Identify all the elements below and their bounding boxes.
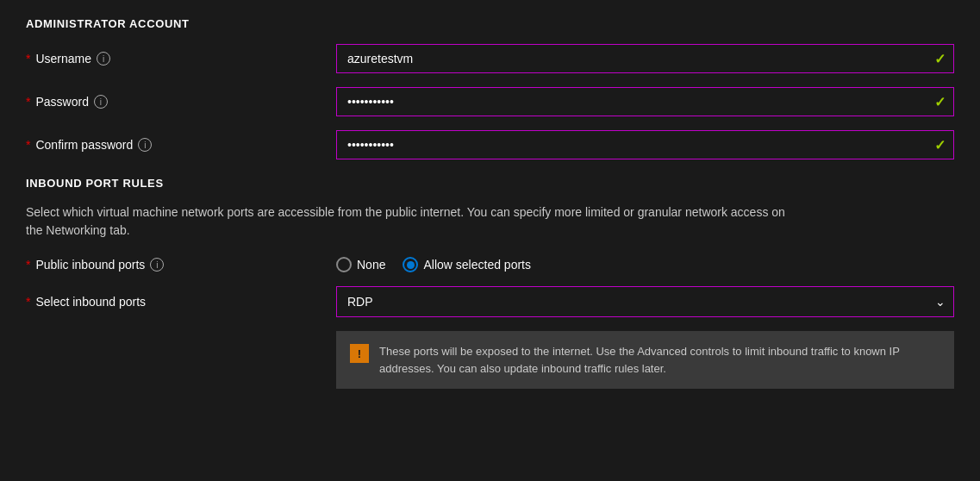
- password-required-star: *: [26, 95, 30, 109]
- select-inbound-label: * Select inbound ports: [26, 295, 336, 309]
- public-inbound-ports-row: * Public inbound ports i None Allow sele…: [26, 257, 954, 272]
- public-inbound-info-icon[interactable]: i: [150, 258, 164, 272]
- password-label: * Password i: [26, 95, 336, 109]
- inbound-ports-select-wrapper: RDP HTTP HTTPS SSH ⌄: [336, 286, 954, 317]
- username-info-icon[interactable]: i: [97, 52, 110, 66]
- select-inbound-ports-row: * Select inbound ports RDP HTTP HTTPS SS…: [26, 286, 954, 317]
- inbound-section: INBOUND PORT RULES Select which virtual …: [26, 177, 954, 389]
- password-row: * Password i ✓: [26, 87, 954, 116]
- public-inbound-radio-group: None Allow selected ports: [336, 257, 531, 272]
- admin-section-title: ADMINISTRATOR ACCOUNT: [26, 17, 954, 30]
- public-inbound-label: * Public inbound ports i: [26, 258, 336, 272]
- username-required-star: *: [26, 52, 30, 66]
- radio-allow-selected[interactable]: Allow selected ports: [403, 257, 531, 272]
- username-check-icon: ✓: [934, 51, 946, 67]
- warning-triangle-icon: !: [350, 344, 369, 363]
- warning-text: These ports will be exposed to the inter…: [379, 343, 940, 377]
- password-check-icon: ✓: [934, 94, 946, 110]
- confirm-password-label: * Confirm password i: [26, 138, 336, 152]
- confirm-password-required-star: *: [26, 138, 30, 152]
- select-inbound-required-star: *: [26, 295, 30, 309]
- confirm-password-input[interactable]: [336, 130, 954, 159]
- warning-box: ! These ports will be exposed to the int…: [336, 331, 954, 389]
- confirm-password-info-icon[interactable]: i: [138, 138, 152, 152]
- confirm-password-input-wrapper: ✓: [336, 130, 954, 159]
- password-input[interactable]: [336, 87, 954, 116]
- inbound-section-title: INBOUND PORT RULES: [26, 177, 954, 190]
- username-row: * Username i ✓: [26, 44, 954, 73]
- inbound-ports-select[interactable]: RDP HTTP HTTPS SSH: [336, 286, 954, 317]
- password-input-wrapper: ✓: [336, 87, 954, 116]
- username-input[interactable]: [336, 44, 954, 73]
- radio-none-label: None: [357, 258, 385, 272]
- username-label: * Username i: [26, 52, 336, 66]
- username-input-wrapper: ✓: [336, 44, 954, 73]
- radio-none-circle[interactable]: [336, 257, 352, 272]
- confirm-password-row: * Confirm password i ✓: [26, 130, 954, 159]
- radio-allow-selected-label: Allow selected ports: [423, 258, 531, 272]
- admin-account-section: ADMINISTRATOR ACCOUNT * Username i ✓ * P…: [26, 17, 954, 159]
- radio-allow-selected-circle[interactable]: [403, 257, 418, 272]
- confirm-password-check-icon: ✓: [934, 137, 946, 153]
- public-inbound-required-star: *: [26, 258, 30, 272]
- radio-none[interactable]: None: [336, 257, 385, 272]
- inbound-description: Select which virtual machine network por…: [26, 203, 802, 240]
- password-info-icon[interactable]: i: [94, 95, 108, 109]
